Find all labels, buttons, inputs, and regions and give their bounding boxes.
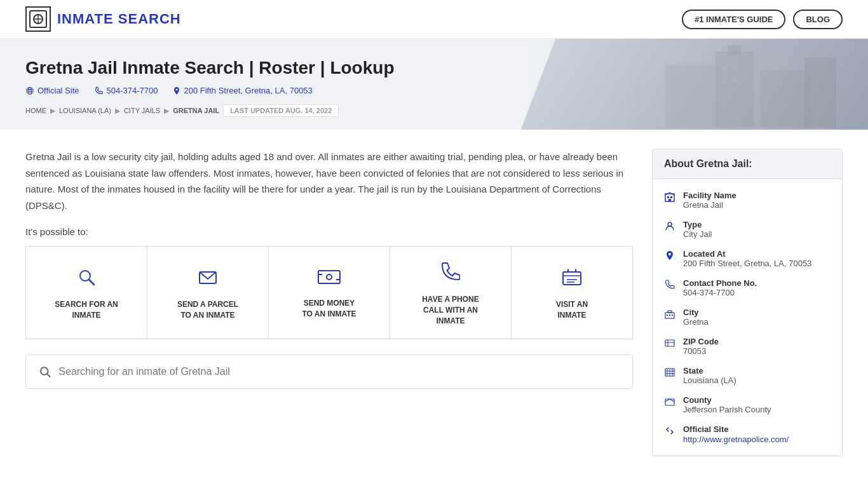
phone-call-icon xyxy=(441,262,460,287)
blog-button[interactable]: BLOG xyxy=(793,10,843,29)
official-site-sidebar-link[interactable]: http://www.gretnapolice.com/ xyxy=(683,435,789,444)
logo[interactable]: INMATE SEARCH xyxy=(25,6,181,32)
possible-label: It's possible to: xyxy=(25,226,633,237)
guide-button[interactable]: #1 INMATE'S GUIDE xyxy=(682,10,785,29)
contact-phone-icon xyxy=(664,280,675,292)
action-card-parcel-label: SEND A PARCELTO AN INMATE xyxy=(177,299,238,321)
action-card-visit-label: VISIT ANINMATE xyxy=(556,299,588,321)
facility-name-value: Gretna Jail xyxy=(683,200,736,210)
breadcrumb: HOME ▶ LOUISIANA (LA) ▶ CITY JAILS ▶ GRE… xyxy=(25,104,843,117)
hero-meta: Official Site 504-374-7700 200 Fifth Str… xyxy=(25,86,843,95)
breadcrumb-home[interactable]: HOME xyxy=(25,107,46,114)
official-site-icon xyxy=(664,426,675,438)
sidebar: About Gretna Jail: Facility Name Gretna … xyxy=(652,149,843,456)
breadcrumb-current: GRETNA JAIL xyxy=(173,107,219,114)
svg-rect-23 xyxy=(318,271,340,283)
svg-rect-42 xyxy=(667,315,668,316)
svg-rect-37 xyxy=(670,196,672,198)
breadcrumb-city-jails[interactable]: CITY JAILS xyxy=(124,107,160,114)
zip-label: ZIP Code xyxy=(683,337,719,346)
official-site-label: Official Site xyxy=(37,86,79,95)
parcel-icon xyxy=(198,267,218,292)
about-item-facility: Facility Name Gretna Jail xyxy=(653,186,842,215)
city-label: City xyxy=(683,308,709,317)
type-label: Type xyxy=(683,220,712,229)
visit-icon xyxy=(562,267,582,292)
action-card-phone[interactable]: HAVE A PHONECALL WITH ANINMATE xyxy=(390,247,512,339)
city-icon xyxy=(664,309,675,322)
county-value: Jefferson Parish County xyxy=(683,405,771,414)
state-icon xyxy=(664,367,675,380)
action-card-money-label: SEND MONEYTO AN INMATE xyxy=(302,298,356,320)
search-inmate-icon xyxy=(76,267,97,292)
action-card-phone-label: HAVE A PHONECALL WITH ANINMATE xyxy=(422,294,479,326)
state-label: State xyxy=(683,366,736,376)
location-icon xyxy=(664,250,675,263)
action-card-search-label: SEARCH FOR ANINMATE xyxy=(55,299,118,321)
svg-rect-5 xyxy=(728,45,741,55)
main-layout: Gretna Jail is a low security city jail,… xyxy=(0,130,868,475)
svg-rect-44 xyxy=(672,315,673,316)
about-card-title: About Gretna Jail: xyxy=(653,149,842,179)
header: INMATE SEARCH #1 INMATE'S GUIDE BLOG xyxy=(0,0,868,39)
search-box-icon xyxy=(39,365,51,378)
about-item-location: Located At 200 Fifth Street, Gretna, LA,… xyxy=(653,244,842,273)
svg-point-24 xyxy=(327,274,332,280)
last-updated-badge: LAST UPDATED AUG. 14, 2022 xyxy=(223,104,339,117)
address-meta: 200 Fifth Street, Gretna, LA, 70053 xyxy=(173,86,312,95)
action-cards: SEARCH FOR ANINMATE SEND A PARCELTO AN I… xyxy=(25,246,633,339)
main-content: Gretna Jail is a low security city jail,… xyxy=(25,149,633,456)
svg-rect-41 xyxy=(668,311,672,313)
about-item-zip: ZIP Code 70053 xyxy=(653,332,842,361)
svg-line-34 xyxy=(47,374,50,377)
breadcrumb-louisiana[interactable]: LOUISIANA (LA) xyxy=(59,107,111,114)
about-item-county: County Jefferson Parish County xyxy=(653,390,842,419)
location-label: Located At xyxy=(683,249,811,259)
about-item-city: City Gretna xyxy=(653,302,842,332)
zip-icon xyxy=(664,338,675,351)
svg-rect-43 xyxy=(669,315,670,316)
state-value: Louisiana (LA) xyxy=(683,376,736,385)
action-card-visit[interactable]: VISIT ANINMATE xyxy=(512,247,632,339)
about-item-phone: Contact Phone No. 504-374-7700 xyxy=(653,273,842,302)
city-value: Gretna xyxy=(683,317,709,327)
inmate-search-input[interactable] xyxy=(58,366,620,377)
about-card: About Gretna Jail: Facility Name Gretna … xyxy=(652,149,843,456)
svg-line-21 xyxy=(89,280,94,285)
contact-phone-value: 504-374-7700 xyxy=(683,288,757,297)
about-item-official-site: Official Site http://www.gretnapolice.co… xyxy=(653,419,842,449)
search-box xyxy=(25,355,633,389)
svg-rect-38 xyxy=(668,199,671,201)
header-nav: #1 INMATE'S GUIDE BLOG xyxy=(682,10,843,29)
svg-rect-54 xyxy=(665,399,674,405)
action-card-money[interactable]: SEND MONEYTO AN INMATE xyxy=(269,247,390,339)
description-text: Gretna Jail is a low security city jail,… xyxy=(25,149,633,214)
money-icon xyxy=(318,268,341,290)
action-card-parcel[interactable]: SEND A PARCELTO AN INMATE xyxy=(147,247,269,339)
svg-rect-7 xyxy=(760,71,811,128)
logo-text: INMATE SEARCH xyxy=(57,11,181,27)
facility-name-label: Facility Name xyxy=(683,191,736,200)
about-item-state: State Louisiana (LA) xyxy=(653,361,842,390)
address-text: 200 Fifth Street, Gretna, LA, 70053 xyxy=(184,86,312,95)
hero-section: Gretna Jail Inmate Search | Roster | Loo… xyxy=(0,39,868,130)
type-value: City Jail xyxy=(683,229,712,239)
county-icon xyxy=(664,396,675,409)
type-icon xyxy=(664,221,675,234)
about-items-list: Facility Name Gretna Jail Type City Jail xyxy=(653,179,842,456)
phone-link[interactable]: 504-374-7700 xyxy=(95,86,158,95)
location-value: 200 Fifth Street, Gretna, LA, 70053 xyxy=(683,259,811,268)
action-card-search[interactable]: SEARCH FOR ANINMATE xyxy=(26,247,147,339)
facility-icon xyxy=(664,192,675,205)
about-item-type: Type City Jail xyxy=(653,215,842,244)
page-title: Gretna Jail Inmate Search | Roster | Loo… xyxy=(25,58,843,78)
county-label: County xyxy=(683,395,771,405)
official-site-link[interactable]: Official Site xyxy=(25,86,79,95)
phone-number: 504-374-7700 xyxy=(107,86,158,95)
svg-rect-45 xyxy=(665,340,674,346)
official-site-sidebar-label: Official Site xyxy=(683,424,789,434)
svg-point-39 xyxy=(668,222,672,226)
svg-rect-27 xyxy=(563,272,581,285)
zip-value: 70053 xyxy=(683,346,719,356)
contact-phone-label: Contact Phone No. xyxy=(683,278,757,288)
